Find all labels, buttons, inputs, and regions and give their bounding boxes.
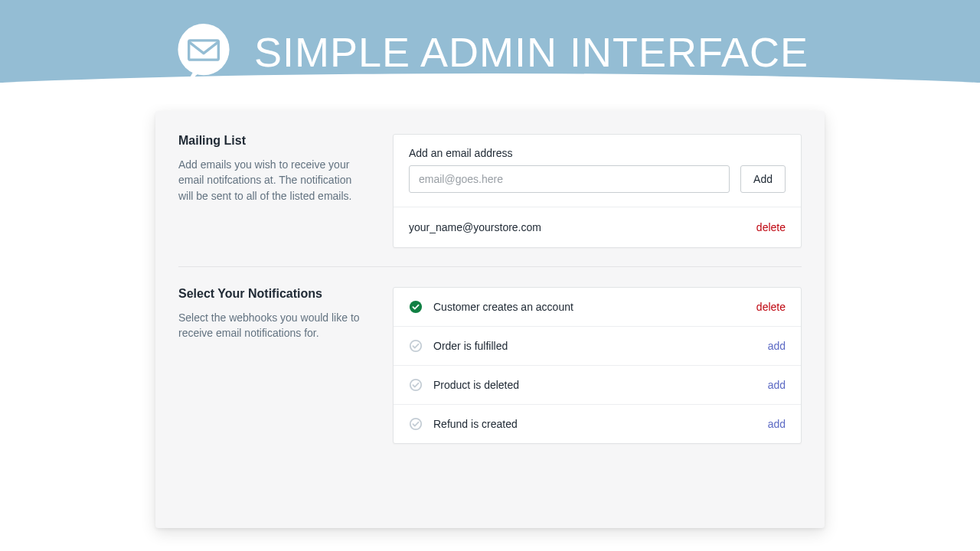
delete-email-link[interactable]: delete bbox=[756, 221, 786, 233]
notification-row: Refund is created add bbox=[394, 405, 801, 443]
mailing-title: Mailing List bbox=[178, 134, 362, 148]
notification-label: Product is deleted bbox=[433, 379, 757, 391]
notification-row: Product is deleted add bbox=[394, 366, 801, 405]
notifications-card: Customer creates an account delete Order… bbox=[393, 287, 802, 444]
notification-label: Order is fulfilled bbox=[433, 340, 757, 352]
notification-delete-link[interactable]: delete bbox=[756, 301, 786, 313]
notification-row: Customer creates an account delete bbox=[394, 288, 801, 327]
email-address: your_name@yourstore.com bbox=[409, 221, 541, 233]
mailing-description: Add emails you wish to receive your emai… bbox=[178, 157, 362, 204]
notification-add-link[interactable]: add bbox=[768, 340, 786, 352]
hero-title: SIMPLE ADMIN INTERFACE bbox=[254, 28, 808, 76]
add-email-button[interactable]: Add bbox=[740, 165, 786, 193]
admin-panel: Mailing List Add emails you wish to rece… bbox=[155, 111, 825, 528]
notification-add-link[interactable]: add bbox=[768, 418, 786, 430]
mailing-list-section: Mailing List Add emails you wish to rece… bbox=[178, 134, 802, 248]
email-field-label: Add an email address bbox=[409, 147, 786, 159]
check-circle-outline-icon bbox=[409, 417, 423, 431]
notifications-title: Select Your Notifications bbox=[178, 287, 362, 301]
hero-banner: SIMPLE ADMIN INTERFACE bbox=[0, 0, 980, 103]
envelope-speech-icon bbox=[172, 20, 236, 84]
check-circle-filled-icon bbox=[409, 300, 423, 314]
notification-label: Refund is created bbox=[433, 418, 757, 430]
email-list-row: your_name@yourstore.com delete bbox=[394, 207, 801, 247]
check-circle-outline-icon bbox=[409, 378, 423, 392]
svg-point-0 bbox=[178, 24, 229, 75]
email-input[interactable] bbox=[409, 165, 730, 193]
notification-row: Order is fulfilled add bbox=[394, 327, 801, 366]
notification-add-link[interactable]: add bbox=[768, 379, 786, 391]
notification-label: Customer creates an account bbox=[433, 301, 746, 313]
check-circle-outline-icon bbox=[409, 339, 423, 353]
notifications-description: Select the webhooks you would like to re… bbox=[178, 310, 362, 341]
notifications-section: Select Your Notifications Select the web… bbox=[178, 266, 802, 444]
mailing-card: Add an email address Add your_name@yours… bbox=[393, 134, 802, 248]
